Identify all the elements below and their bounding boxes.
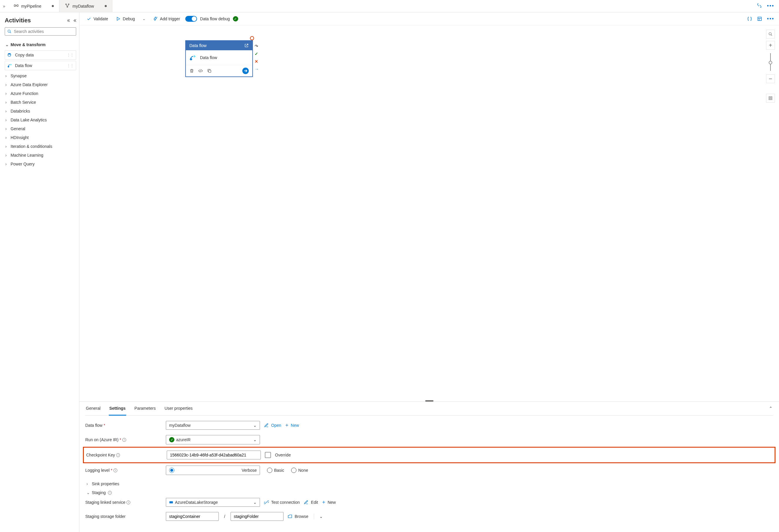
staging-folder-label: Staging storage folder	[85, 514, 126, 519]
sink-properties-section[interactable]: ›Sink properties	[85, 480, 773, 489]
search-activities[interactable]	[5, 27, 76, 36]
edit-service-button[interactable]: Edit	[304, 500, 318, 505]
zoom-out-icon[interactable]: −	[766, 74, 775, 83]
more-icon[interactable]: •••	[767, 3, 774, 9]
add-trigger-button[interactable]: Add trigger	[151, 15, 182, 22]
tabs-scroll-icon[interactable]: »	[0, 4, 8, 8]
browse-dropdown-icon[interactable]: ⌄	[319, 514, 323, 519]
group-data-lake-analytics[interactable]: ›Data Lake Analytics	[5, 116, 76, 124]
debug-button[interactable]: Debug	[114, 15, 137, 22]
svg-rect-1	[17, 5, 18, 6]
grip-icon: ⋮⋮	[66, 63, 73, 68]
tab-mypipeline[interactable]: myPipeline	[8, 0, 59, 12]
zoom-slider[interactable]	[770, 53, 771, 71]
collapse-props-icon[interactable]: ⌃	[768, 402, 773, 415]
logging-none-radio[interactable]: None	[291, 466, 308, 475]
group-iteration-conditionals[interactable]: ›Iteration & conditionals	[5, 142, 76, 151]
group-azure-function[interactable]: ›Azure Function	[5, 89, 76, 98]
debug-dropdown[interactable]: ⌄	[140, 16, 147, 22]
info-icon[interactable]: i	[122, 438, 126, 442]
svg-rect-10	[758, 17, 761, 20]
collapse-panel-icon[interactable]	[67, 19, 76, 22]
property-tabs: General Settings Parameters User propert…	[85, 402, 773, 416]
group-general[interactable]: ›General	[5, 124, 76, 133]
group-move-transform[interactable]: ⌄ Move & transform	[5, 40, 76, 49]
test-connection-button[interactable]: Test connection	[264, 500, 300, 505]
svg-point-3	[68, 4, 69, 5]
validate-button[interactable]: Validate	[84, 15, 111, 22]
chevron-right-icon: ›	[5, 153, 8, 157]
svg-point-4	[67, 6, 68, 7]
azure-ir-select[interactable]: ✓azureIR⌄	[166, 435, 260, 445]
activity-data-flow[interactable]: Data flow ⋮⋮	[5, 61, 76, 70]
dataflow-node[interactable]: Data flow Data flow	[185, 40, 253, 77]
logging-verbose-radio[interactable]: Verbose	[166, 466, 260, 475]
chevron-down-icon: ⌄	[86, 490, 89, 495]
activity-copy-data[interactable]: Copy data ⋮⋮	[5, 50, 76, 60]
open-icon[interactable]	[244, 43, 249, 48]
canvas-search-icon[interactable]	[766, 30, 775, 39]
group-batch-service[interactable]: ›Batch Service	[5, 98, 76, 107]
json-icon[interactable]	[747, 16, 752, 21]
clone-icon[interactable]	[207, 68, 212, 73]
svg-point-5	[8, 30, 10, 32]
browse-button[interactable]: Browse	[288, 514, 308, 519]
delete-icon[interactable]	[189, 68, 194, 73]
grip-icon: ⋮⋮	[66, 53, 73, 57]
chevron-right-icon: ›	[5, 91, 8, 96]
logging-basic-radio[interactable]: Basic	[267, 466, 284, 475]
properties-icon[interactable]	[757, 16, 762, 21]
chevron-down-icon: ⌄	[253, 437, 257, 442]
editor-tabs-bar: » myPipeline myDataflow •••	[0, 0, 779, 12]
group-hdinsight[interactable]: ›HDInsight	[5, 133, 76, 142]
svg-point-6	[8, 53, 11, 55]
activities-title: Activities	[5, 17, 67, 24]
tab-user-properties[interactable]: User properties	[164, 402, 193, 415]
staging-folder-input[interactable]	[234, 514, 280, 519]
chevron-right-icon: ›	[5, 82, 8, 87]
staging-section[interactable]: ⌄Staging i	[85, 489, 773, 498]
svg-rect-16	[770, 97, 771, 99]
search-input[interactable]	[14, 29, 73, 34]
override-checkbox[interactable]	[265, 452, 271, 458]
group-machine-learning[interactable]: ›Machine Learning	[5, 151, 76, 159]
checkpoint-key-input[interactable]	[170, 453, 258, 457]
new-service-button[interactable]: +New	[322, 500, 336, 506]
info-icon[interactable]: i	[116, 453, 120, 457]
dataflow-icon	[189, 54, 197, 61]
error-icon: ✕	[255, 59, 259, 64]
check-icon: ✓	[169, 437, 174, 442]
new-dataflow-button[interactable]: +New	[285, 422, 299, 428]
zoom-in-icon[interactable]: +	[766, 41, 775, 50]
chevron-right-icon: ›	[5, 144, 8, 149]
tab-mydataflow[interactable]: myDataflow	[59, 0, 112, 12]
staging-service-select[interactable]: AzureDataLakeStorage⌄	[166, 498, 260, 507]
next-icon[interactable]	[242, 68, 249, 74]
redo-icon[interactable]: ↷	[255, 44, 259, 49]
tab-settings[interactable]: Settings	[109, 402, 126, 416]
svg-point-2	[66, 4, 66, 5]
group-power-query[interactable]: ›Power Query	[5, 159, 76, 169]
pipeline-canvas[interactable]: Data flow Data flow	[79, 25, 779, 401]
code-icon[interactable]	[198, 68, 203, 73]
logging-label: Logging level	[85, 468, 110, 473]
data-flow-select[interactable]: myDataflow⌄	[166, 421, 260, 430]
tab-general[interactable]: General	[85, 402, 101, 415]
staging-service-label: Staging linked service	[85, 500, 125, 505]
tab-parameters[interactable]: Parameters	[134, 402, 156, 415]
info-icon[interactable]: i	[108, 491, 112, 495]
info-icon[interactable]: i	[126, 501, 130, 505]
staging-container-input[interactable]	[169, 514, 216, 519]
override-label: Override	[275, 453, 291, 457]
group-databricks[interactable]: ›Databricks	[5, 107, 76, 116]
group-synapse[interactable]: ›Synapse	[5, 71, 76, 80]
node-status-icons: ↷ ✓ ✕ →	[255, 44, 259, 71]
expand-icon[interactable]	[757, 3, 762, 9]
open-dataflow-button[interactable]: Open	[264, 423, 281, 428]
chevron-right-icon: ›	[5, 109, 8, 114]
fit-screen-icon[interactable]	[766, 94, 775, 103]
more-icon[interactable]: •••	[767, 16, 774, 22]
group-azure-data-explorer[interactable]: ›Azure Data Explorer	[5, 80, 76, 89]
dataflow-debug-toggle[interactable]	[185, 16, 197, 22]
info-icon[interactable]: i	[114, 468, 117, 472]
